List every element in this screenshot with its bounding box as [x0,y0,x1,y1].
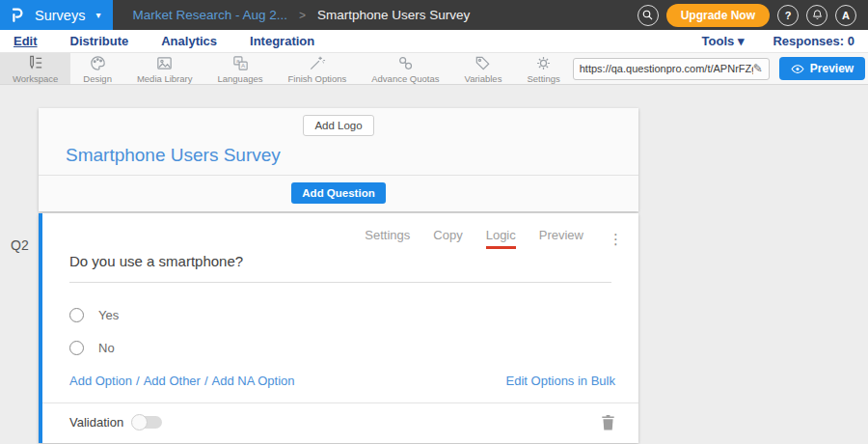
survey-url-box: ✎ [573,58,770,80]
survey-title[interactable]: Smartphone Users Survey [39,136,638,175]
top-bar: Surveys ▾ Market Research - Aug 2... > S… [0,0,868,30]
survey-nav: Edit Distribute Analytics Integration To… [0,30,868,53]
add-logo-button[interactable]: Add Logo [303,115,373,136]
editor-toolbar: Workspace Design Media Library aA Langua… [0,53,868,85]
breadcrumb-survey-name: Smartphone Users Survey [317,8,470,22]
tag-icon [474,54,492,72]
toolbar-item-finish-options[interactable]: Finish Options [276,53,360,84]
survey-editor-canvas: Add Logo Smartphone Users Survey Add Que… [0,85,868,444]
validation-toggle[interactable] [133,416,162,429]
toolbar-item-design[interactable]: Design [70,53,124,84]
question-tab-settings[interactable]: Settings [365,228,410,249]
quota-rings-icon [396,54,415,72]
gear-icon [534,54,553,72]
radio-icon[interactable] [69,341,84,355]
survey-header-card: Add Logo Smartphone Users Survey Add Que… [39,108,638,211]
search-button[interactable] [637,5,659,26]
link-separator: / [136,374,140,388]
question-tab-copy[interactable]: Copy [433,228,462,249]
eye-icon [791,64,804,74]
radio-icon[interactable] [69,308,84,322]
add-option-link[interactable]: Add Option [69,374,132,388]
delete-question-trash-icon[interactable] [601,414,615,430]
nav-tab-integration[interactable]: Integration [250,34,314,48]
add-other-link[interactable]: Add Other [144,374,201,388]
svg-text:a: a [235,57,239,64]
answer-option-no[interactable]: No [69,341,611,355]
help-button[interactable]: ? [777,5,799,26]
toolbar-item-media-library[interactable]: Media Library [124,53,205,84]
tools-menu[interactable]: Tools ▾ [702,34,745,48]
question-text[interactable]: Do you use a smartphone? [69,253,611,283]
breadcrumb-separator: > [299,9,306,22]
responses-count[interactable]: Responses: 0 [773,34,854,48]
questionpro-logo-icon [9,6,26,24]
toolbar-item-advance-quotas[interactable]: Advance Quotas [359,53,451,84]
palette-icon [89,54,107,72]
search-icon [641,9,654,21]
upgrade-now-button[interactable]: Upgrade Now [666,4,770,27]
magic-wand-icon [308,54,326,72]
option-label[interactable]: Yes [98,308,119,322]
question-tab-logic[interactable]: Logic [486,228,516,249]
survey-url-input[interactable] [580,63,753,74]
question-more-menu-icon[interactable]: ⋮ [609,232,623,246]
question-number: Q2 [11,237,29,253]
bell-icon [811,9,824,21]
nav-tab-analytics[interactable]: Analytics [161,34,217,48]
toolbar-item-workspace[interactable]: Workspace [0,53,70,84]
toggle-knob [131,414,148,430]
question-card: Settings Copy Logic Preview ⋮ Do you use… [39,213,638,443]
answer-option-yes[interactable]: Yes [69,308,611,322]
option-label[interactable]: No [98,341,115,355]
account-avatar[interactable]: A [835,5,856,26]
edit-options-in-bulk-link[interactable]: Edit Options in Bulk [506,374,615,388]
preview-button[interactable]: Preview [779,57,865,80]
breadcrumb-folder[interactable]: Market Research - Aug 2... [132,8,287,22]
avatar-initial: A [842,10,850,21]
option-links: Add Option/Add Other/Add NA Option [69,374,295,388]
link-separator: / [204,374,208,388]
validation-label: Validation [69,415,123,430]
surveys-product-menu[interactable]: Surveys ▾ [0,0,113,30]
translate-icon: aA [231,54,250,72]
image-icon [155,54,174,72]
product-name: Surveys [35,8,85,23]
toolbar-item-settings[interactable]: Settings [514,53,572,84]
nav-tab-distribute[interactable]: Distribute [70,34,129,48]
toolbar-item-languages[interactable]: aA Languages [204,53,275,84]
notifications-button[interactable] [806,5,827,26]
toolbar-item-variables[interactable]: Variables [452,53,515,84]
workspace-icon [26,54,44,72]
add-question-button-top[interactable]: Add Question [291,182,385,204]
question-tab-preview[interactable]: Preview [539,228,583,249]
chevron-down-icon: ▾ [95,10,100,20]
nav-tab-edit[interactable]: Edit [14,34,38,48]
breadcrumb: Market Research - Aug 2... > Smartphone … [132,8,470,22]
edit-url-pencil-icon[interactable]: ✎ [753,62,763,75]
add-na-option-link[interactable]: Add NA Option [212,374,295,388]
question-mark-icon: ? [785,10,792,21]
